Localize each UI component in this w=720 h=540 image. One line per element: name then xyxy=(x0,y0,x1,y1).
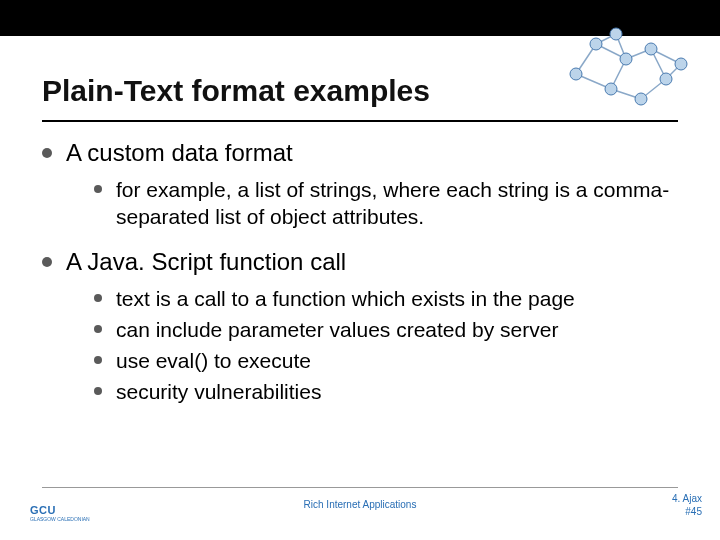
bullet-icon xyxy=(94,325,102,333)
bullet-icon xyxy=(42,148,52,158)
bullet-level1: A Java. Script function call xyxy=(42,247,678,277)
bullet-icon xyxy=(94,294,102,302)
title-underline xyxy=(42,120,678,122)
footer-slide-number: #45 xyxy=(672,505,702,518)
bullet-icon xyxy=(42,257,52,267)
sub-bullet-list: text is a call to a function which exist… xyxy=(94,285,678,406)
footer-rule xyxy=(42,487,678,488)
bullet-text: A custom data format xyxy=(66,138,293,168)
bullet-level2: for example, a list of strings, where ea… xyxy=(94,176,678,231)
bullet-icon xyxy=(94,356,102,364)
sub-bullet-text: for example, a list of strings, where ea… xyxy=(116,176,678,231)
sub-bullet-text: can include parameter values created by … xyxy=(116,316,558,343)
sub-bullet-list: for example, a list of strings, where ea… xyxy=(94,176,678,231)
slide-title: Plain-Text format examples xyxy=(42,74,678,108)
bullet-icon xyxy=(94,185,102,193)
bullet-icon xyxy=(94,387,102,395)
svg-point-16 xyxy=(645,43,657,55)
bullet-level2: text is a call to a function which exist… xyxy=(94,285,678,312)
svg-point-19 xyxy=(675,58,687,70)
svg-point-14 xyxy=(620,53,632,65)
logo-subtext: GLASGOW CALEDONIAN xyxy=(30,516,90,522)
content-area: A custom data formatfor example, a list … xyxy=(42,138,678,422)
sub-bullet-text: text is a call to a function which exist… xyxy=(116,285,575,312)
footer-section: 4. Ajax xyxy=(672,492,702,505)
bullet-text: A Java. Script function call xyxy=(66,247,346,277)
svg-point-20 xyxy=(610,28,622,40)
footer-center: Rich Internet Applications xyxy=(0,499,720,510)
title-block: Plain-Text format examples xyxy=(42,74,678,122)
bullet-level2: use eval() to execute xyxy=(94,347,678,374)
footer-right: 4. Ajax #45 xyxy=(672,492,702,518)
bullet-level2: security vulnerabilities xyxy=(94,378,678,405)
sub-bullet-text: use eval() to execute xyxy=(116,347,311,374)
slide: Plain-Text format examples A custom data… xyxy=(0,0,720,540)
svg-point-13 xyxy=(590,38,602,50)
bullet-level1: A custom data format xyxy=(42,138,678,168)
bullet-level2: can include parameter values created by … xyxy=(94,316,678,343)
sub-bullet-text: security vulnerabilities xyxy=(116,378,321,405)
